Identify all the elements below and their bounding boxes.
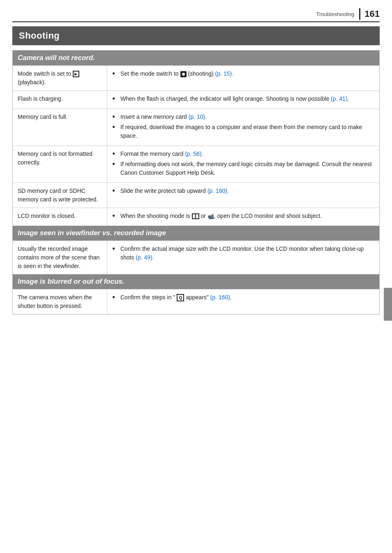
list-item: When the shooting mode is or 📹, open the… — [112, 212, 374, 220]
list-item: If reformatting does not work, the memor… — [112, 160, 374, 177]
solution-cell: Slide the write protect tab upward (p. 1… — [107, 183, 380, 208]
solution-cell: When the flash is charged, the indicator… — [107, 91, 380, 109]
section-header-text: Image is blurred or out of focus. — [13, 274, 380, 289]
cause-cell: SD memory card or SDHC memory card is wr… — [13, 183, 107, 208]
page-container: Troubleshooting 161 Shooting Camera will… — [0, 0, 392, 331]
table-row: SD memory card or SDHC memory card is wr… — [13, 183, 380, 208]
cause-cell: Mode switch is set to (playback). — [13, 66, 107, 91]
table-row: Memory card is full. Insert a new memory… — [13, 109, 380, 146]
link-p49[interactable]: (p. 49). — [136, 254, 154, 261]
cause-cell: Usually the recorded image contains more… — [13, 241, 107, 275]
link-p15[interactable]: (p. 15). — [215, 70, 233, 77]
cause-cell: Memory card is full. — [13, 109, 107, 146]
section-title: Shooting — [12, 26, 380, 45]
list-item: Set the mode switch to (shooting) (p. 15… — [112, 69, 374, 78]
table-row: Memory card is not formatted correctly. … — [13, 146, 380, 183]
main-content-table: Camera will not record. Mode switch is s… — [12, 50, 380, 315]
camera-icon — [180, 71, 187, 77]
list-item: Insert a new memory card (p. 10). — [112, 113, 374, 121]
sidebar-tab — [384, 288, 392, 321]
solution-cell: Format the memory card (p. 56). If refor… — [107, 146, 380, 183]
cause-cell: Memory card is not formatted correctly. — [13, 146, 107, 183]
link-p160[interactable]: (p. 160). — [210, 294, 232, 301]
list-item: When the flash is charged, the indicator… — [112, 95, 374, 103]
list-item: Confirm the actual image size with the L… — [112, 245, 374, 262]
link-p56[interactable]: (p. 56). — [185, 150, 203, 157]
playback-icon — [73, 71, 79, 77]
link-p180[interactable]: (p. 180). — [208, 187, 229, 194]
cause-cell: The camera moves when the shutter button… — [13, 289, 107, 315]
list-item: Confirm the steps in " Q appears" (p. 16… — [112, 293, 374, 302]
link-p41[interactable]: (p. 41). — [331, 95, 349, 102]
section-header-text: Camera will not record. — [13, 51, 380, 66]
cause-cell: Flash is charging. — [13, 91, 107, 109]
solution-cell: When the shooting mode is or 📹, open the… — [107, 208, 380, 226]
troubleshooting-label: Troubleshooting — [316, 11, 355, 17]
stitch-mode-icon — [192, 213, 199, 219]
solution-cell: Insert a new memory card (p. 10). If req… — [107, 109, 380, 146]
list-item: Format the memory card (p. 56). — [112, 150, 374, 158]
page-header: Troubleshooting 161 — [12, 8, 380, 22]
page-number: 161 — [364, 9, 380, 19]
table-row: Flash is charging. When the flash is cha… — [13, 91, 380, 109]
movie-mode-icon: 📹 — [208, 213, 214, 221]
solution-cell: Set the mode switch to (shooting) (p. 15… — [107, 66, 380, 91]
link-p10[interactable]: (p. 10). — [189, 113, 207, 120]
section-header-viewfinder: Image seen in viewfinder vs. recorded im… — [13, 226, 380, 241]
section-header-blurred: Image is blurred or out of focus. — [13, 274, 380, 289]
table-row: Mode switch is set to (playback). Set th… — [13, 66, 380, 91]
appears-icon: Q — [177, 294, 184, 301]
section-header-text: Image seen in viewfinder vs. recorded im… — [13, 226, 380, 241]
cause-cell: LCD monitor is closed. — [13, 208, 107, 226]
table-row: LCD monitor is closed. When the shooting… — [13, 208, 380, 226]
solution-cell: Confirm the actual image size with the L… — [107, 241, 380, 275]
header-divider — [359, 8, 360, 20]
list-item: If required, download the images to a co… — [112, 123, 374, 140]
list-item: Slide the write protect tab upward (p. 1… — [112, 187, 374, 195]
table-row: The camera moves when the shutter button… — [13, 289, 380, 315]
solution-cell: Confirm the steps in " Q appears" (p. 16… — [107, 289, 380, 315]
section-header-camera-will-not-record: Camera will not record. — [13, 51, 380, 66]
table-row: Usually the recorded image contains more… — [13, 241, 380, 275]
